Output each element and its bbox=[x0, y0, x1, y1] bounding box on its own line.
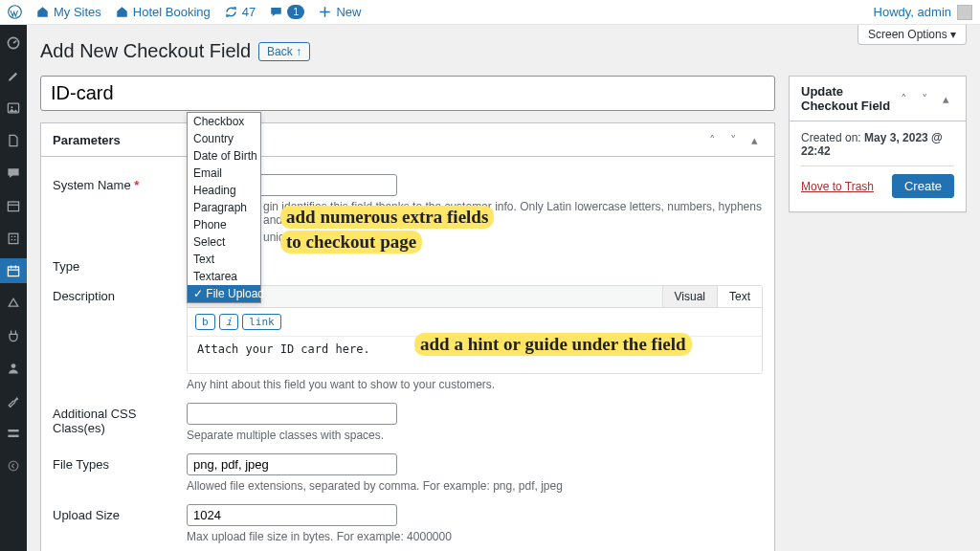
comments-link[interactable]: 1 bbox=[269, 5, 304, 19]
label-system-name: System Name bbox=[53, 178, 131, 192]
menu-tools[interactable] bbox=[0, 388, 27, 413]
side-panel-toggle-icon[interactable]: ▴ bbox=[937, 90, 954, 107]
type-dropdown[interactable]: CheckboxCountryDate of BirthEmailHeading… bbox=[187, 112, 261, 303]
svg-point-10 bbox=[9, 461, 18, 471]
menu-dashboard[interactable] bbox=[0, 31, 27, 55]
description-editor: Visual Text b i link Attach your ID card… bbox=[187, 285, 763, 374]
page-title-text: Add New Checkout Field bbox=[40, 40, 251, 62]
type-option[interactable]: File Upload bbox=[188, 285, 260, 302]
screen-options-toggle[interactable]: Screen Options ▾ bbox=[858, 25, 967, 45]
my-sites-link[interactable]: My Sites bbox=[35, 5, 101, 19]
back-button[interactable]: Back ↑ bbox=[258, 42, 310, 61]
qt-link-button[interactable]: link bbox=[242, 314, 281, 330]
label-file-types: File Types bbox=[53, 457, 109, 472]
new-link[interactable]: New bbox=[318, 5, 361, 19]
editor-tab-text[interactable]: Text bbox=[717, 286, 762, 307]
menu-media[interactable] bbox=[0, 96, 27, 121]
create-button[interactable]: Create bbox=[892, 174, 954, 198]
description-textarea[interactable]: Attach your ID card here. bbox=[188, 336, 762, 373]
svg-rect-8 bbox=[8, 430, 18, 431]
comments-count: 1 bbox=[287, 5, 304, 19]
menu-posts[interactable] bbox=[0, 63, 27, 88]
qt-italic-button[interactable]: i bbox=[219, 314, 239, 330]
panel-down-icon[interactable]: ˅ bbox=[724, 131, 742, 148]
svg-rect-9 bbox=[8, 435, 18, 437]
svg-point-3 bbox=[11, 106, 12, 108]
screen-options-label: Screen Options ▾ bbox=[868, 28, 956, 41]
type-option[interactable]: Textarea bbox=[188, 268, 260, 285]
menu-appearance[interactable] bbox=[0, 291, 27, 316]
svg-point-7 bbox=[11, 364, 16, 368]
editor-tab-visual[interactable]: Visual bbox=[662, 286, 717, 307]
css-classes-input[interactable] bbox=[187, 403, 397, 425]
menu-users[interactable] bbox=[0, 356, 27, 381]
wp-logo[interactable] bbox=[8, 5, 22, 19]
hint-file-types: Allowed file extensions, separated by co… bbox=[187, 479, 763, 493]
hint-system-name-tail: unique. bbox=[263, 231, 763, 244]
update-box-heading: Update Checkout Field bbox=[801, 84, 895, 113]
updates-link[interactable]: 47 bbox=[224, 5, 256, 19]
side-panel-down-icon[interactable]: ˅ bbox=[916, 90, 933, 107]
menu-comments[interactable] bbox=[0, 161, 27, 186]
title-input[interactable] bbox=[40, 76, 775, 111]
type-option[interactable]: Paragraph bbox=[188, 199, 260, 216]
move-to-trash-link[interactable]: Move to Trash bbox=[801, 180, 874, 193]
menu-collapse[interactable] bbox=[0, 453, 27, 478]
type-option[interactable]: Checkbox bbox=[188, 113, 260, 130]
type-option[interactable]: Date of Birth bbox=[188, 147, 260, 165]
site-link[interactable]: Hotel Booking bbox=[115, 5, 211, 19]
menu-calendar[interactable] bbox=[0, 193, 27, 218]
hint-css: Separate multiple classes with spaces. bbox=[187, 429, 763, 442]
site-name: Hotel Booking bbox=[133, 5, 211, 19]
label-upload-size: Upload Size bbox=[53, 508, 120, 522]
svg-point-0 bbox=[9, 6, 22, 19]
new-label: New bbox=[336, 5, 361, 19]
type-option[interactable]: Phone bbox=[188, 216, 260, 233]
svg-rect-5 bbox=[9, 233, 18, 243]
svg-rect-6 bbox=[8, 267, 18, 276]
required-star-icon: * bbox=[134, 178, 139, 192]
label-css: Additional CSS Class(es) bbox=[53, 407, 136, 435]
type-option[interactable]: Email bbox=[188, 165, 260, 182]
page-title: Add New Checkout Field Back ↑ bbox=[40, 40, 967, 62]
avatar bbox=[957, 5, 972, 20]
howdy-text: Howdy, admin bbox=[874, 5, 951, 19]
qt-bold-button[interactable]: b bbox=[195, 314, 215, 330]
side-panel-up-icon[interactable]: ˄ bbox=[895, 90, 912, 107]
upload-size-input[interactable] bbox=[187, 504, 397, 526]
hint-description: Any hint about this field you want to sh… bbox=[187, 378, 763, 391]
my-sites-label: My Sites bbox=[54, 5, 101, 19]
hint-upload-size: Max upload file size in bytes. For examp… bbox=[187, 530, 763, 543]
menu-hotel[interactable] bbox=[0, 226, 27, 251]
type-option[interactable]: Country bbox=[188, 130, 260, 147]
menu-settings[interactable] bbox=[0, 421, 27, 446]
updates-count: 47 bbox=[242, 5, 256, 19]
svg-rect-4 bbox=[8, 202, 18, 211]
created-label: Created on: bbox=[801, 131, 861, 144]
panel-up-icon[interactable]: ˄ bbox=[703, 131, 721, 148]
panel-toggle-icon[interactable]: ▴ bbox=[746, 131, 763, 148]
menu-booking[interactable] bbox=[0, 258, 27, 283]
parameters-heading: Parameters bbox=[53, 133, 703, 147]
type-option[interactable]: Select bbox=[188, 233, 260, 251]
type-option[interactable]: Heading bbox=[188, 182, 260, 199]
type-option[interactable]: Text bbox=[188, 251, 260, 268]
file-types-input[interactable] bbox=[187, 453, 397, 475]
label-type: Type bbox=[53, 259, 79, 274]
menu-pages[interactable] bbox=[0, 128, 27, 153]
label-description: Description bbox=[53, 289, 115, 303]
hint-system-name: gin identifies this field thanks to the … bbox=[263, 200, 763, 227]
howdy-user[interactable]: Howdy, admin bbox=[874, 5, 972, 20]
menu-plugins[interactable] bbox=[0, 323, 27, 348]
